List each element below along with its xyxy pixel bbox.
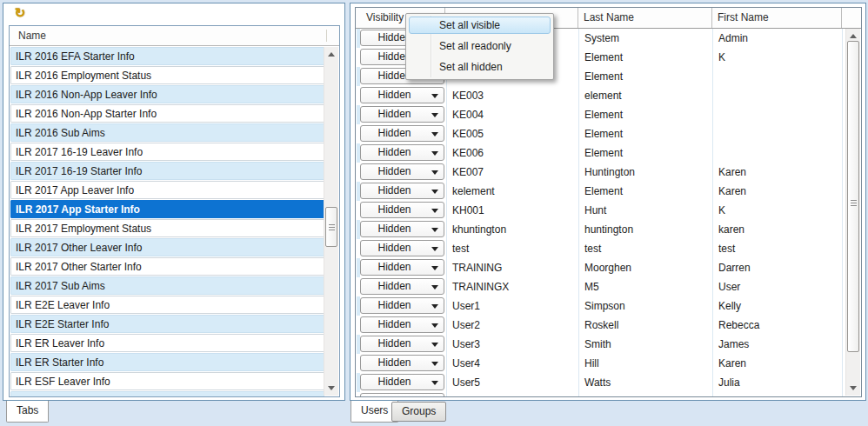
visibility-dropdown[interactable]: Hidden [360, 259, 444, 276]
visibility-dropdown[interactable]: Hidden [360, 106, 444, 123]
scrollbar-thumb[interactable] [325, 207, 337, 247]
list-item[interactable]: ILR E2E Leaver Info [10, 296, 324, 314]
table-row: Hidden khuntington huntington karen [357, 220, 845, 239]
scrollbar-thumb[interactable] [847, 41, 859, 352]
cell-firstname: Darren [712, 258, 843, 277]
menu-item-set-all-hidden[interactable]: Set all hidden [406, 57, 553, 77]
chevron-down-icon [431, 113, 438, 117]
list-item[interactable]: ILR E2E Starter Info [10, 315, 324, 333]
cell-lastname: Moorghen [578, 258, 712, 277]
list-item[interactable]: ILR ER Leaver Info [10, 334, 324, 352]
visibility-value: Hidden [361, 222, 428, 236]
table-row: Hidden KE004 Element [357, 105, 845, 124]
table-row: Hidden KE007 Huntington Karen [357, 163, 845, 182]
cell-lastname: System [578, 29, 712, 48]
list-item[interactable]: ILR 2016 EFA Starter Info [10, 47, 324, 65]
cell-username: khuntington [446, 220, 578, 239]
visibility-value: Hidden [361, 126, 428, 141]
visibility-dropdown[interactable]: Hidden [360, 393, 444, 396]
table-row: Hidden KH001 Hunt K [357, 201, 845, 220]
tab-tabs[interactable]: Tabs [6, 401, 49, 423]
visibility-dropdown[interactable]: Hidden [360, 183, 444, 199]
cell-lastname: M5 [578, 277, 712, 296]
table-row: Hidden User5 Watts Julia [357, 373, 845, 392]
visibility-dropdown[interactable]: Hidden [360, 316, 444, 333]
visibility-dropdown[interactable]: Hidden [360, 144, 444, 161]
cell-username: kelement [446, 182, 578, 201]
name-column-header[interactable]: Name [10, 26, 339, 46]
list-item[interactable]: ILR ER Starter Info [10, 353, 324, 371]
visibility-dropdown[interactable]: Hidden [360, 202, 444, 218]
cell-firstname: Karen [712, 182, 843, 201]
list-item-label: ILR 2016 Non-App Leaver Info [16, 89, 157, 101]
list-item[interactable]: ILR ESF Starter Info [10, 391, 324, 396]
list-item-label: ILR 2017 App Leaver Info [16, 184, 134, 196]
visibility-dropdown[interactable]: Hidden [360, 297, 444, 314]
list-item-label: ILR ER Starter Info [16, 356, 103, 369]
visibility-value: Hidden [361, 298, 428, 313]
list-item[interactable]: ILR 2017 Other Starter Info [10, 257, 324, 276]
list-item[interactable]: ILR 2017 App Leaver Info [10, 181, 324, 199]
table-row: Hidden KE006 Element [357, 143, 845, 163]
list-item[interactable]: ILR 2016 Non-App Starter Info [10, 104, 324, 123]
menu-item-set-all-readonly[interactable]: Set all readonly [406, 36, 553, 57]
visibility-value: Hidden [361, 203, 428, 217]
visibility-dropdown[interactable]: Hidden [360, 278, 444, 295]
table-row: Hidden KE005 Element [357, 124, 845, 143]
list-item[interactable]: ILR 2016 Sub Aims [10, 123, 324, 142]
scroll-up-icon[interactable] [850, 34, 857, 38]
visibility-dropdown[interactable]: Hidden [360, 221, 444, 237]
scroll-up-icon[interactable] [328, 52, 335, 57]
cell-username: KE006 [446, 143, 578, 163]
cell-firstname [712, 143, 843, 163]
table-row: Hidden User2 Roskell Rebecca [357, 316, 845, 335]
list-item[interactable]: ILR ESF Leaver Info [10, 372, 324, 390]
cell-lastname: Thomas [578, 392, 712, 396]
cell-firstname: Julia [712, 373, 843, 392]
scroll-down-icon[interactable] [328, 386, 335, 390]
tab-groups[interactable]: Groups [391, 402, 446, 422]
refresh-icon[interactable]: ↻ [12, 5, 28, 21]
list-item-label: ILR ESF Leaver Info [16, 376, 110, 388]
visibility-value: Hidden [361, 183, 428, 198]
list-item-label: ILR 2016 Sub Aims [16, 127, 105, 139]
list-item[interactable]: ILR 2016 Employment Status [10, 66, 324, 84]
visibility-value: Hidden [361, 260, 428, 275]
list-item[interactable]: ILR 2017 Sub Aims [10, 276, 324, 295]
visibility-dropdown[interactable]: Hidden [360, 87, 444, 103]
list-item[interactable]: ILR 2017 App Starter Info [10, 200, 324, 218]
visibility-value: Hidden [361, 375, 428, 389]
chevron-down-icon [431, 343, 438, 347]
cell-username: User1 [446, 296, 578, 316]
visibility-value: Hidden [361, 279, 428, 294]
list-item[interactable]: ILR 2017 Other Leaver Info [10, 238, 324, 256]
table-row: Hidden User1 Simpson Kelly [357, 296, 845, 316]
visibility-dropdown[interactable]: Hidden [360, 125, 444, 142]
visibility-dropdown[interactable]: Hidden [360, 336, 444, 352]
list-item[interactable]: ILR 2017 16-19 Leaver Info [10, 143, 324, 161]
list-item[interactable]: ILR 2017 Employment Status [10, 219, 324, 237]
list-item-label: ILR 2017 App Starter Info [16, 203, 140, 216]
cell-username: KE007 [446, 163, 578, 182]
visibility-value: Hidden [361, 241, 428, 256]
lastname-column-header[interactable]: Last Name [578, 8, 711, 28]
scroll-down-icon[interactable] [850, 386, 857, 390]
tabs-list-scrollbar[interactable] [324, 47, 338, 396]
visibility-value: Hidden [361, 107, 428, 122]
firstname-column-header[interactable]: First Name [711, 8, 842, 28]
list-item-label: ILR 2017 Sub Aims [16, 280, 105, 292]
visibility-dropdown[interactable]: Hidden [360, 374, 444, 390]
list-item[interactable]: ILR 2016 Non-App Leaver Info [10, 85, 324, 103]
list-item[interactable]: ILR 2017 16-19 Starter Info [10, 162, 324, 180]
cell-lastname: Smith [578, 335, 712, 354]
users-grid-scrollbar[interactable] [845, 29, 860, 396]
visibility-dropdown[interactable]: Hidden [360, 355, 444, 371]
visibility-dropdown[interactable]: Hidden [360, 240, 444, 256]
cell-username: KE004 [446, 105, 578, 124]
users-grid-rows: Hidden System Admin Hidden Element K Hid… [357, 29, 845, 396]
visibility-dropdown[interactable]: Hidden [360, 163, 444, 180]
tabs-list-rows: ILR 2016 EFA Starter Info ILR 2016 Emplo… [10, 47, 324, 396]
chevron-down-icon [431, 323, 438, 328]
menu-item-set-all-visible[interactable]: Set all visible [409, 17, 551, 34]
cell-lastname: Element [578, 67, 712, 86]
